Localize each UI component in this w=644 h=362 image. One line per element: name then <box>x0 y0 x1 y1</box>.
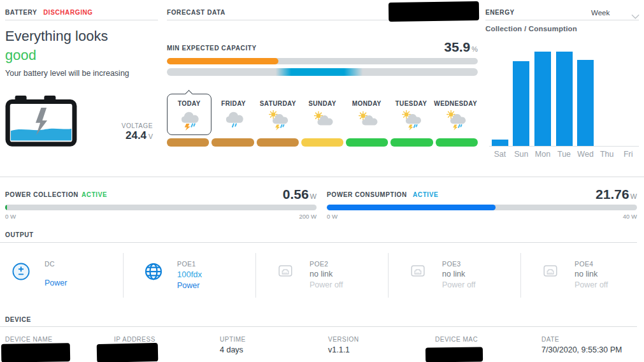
battery-header-divider <box>5 20 158 20</box>
power-collection-min: 0 W <box>5 213 16 220</box>
redaction-box-ip-address <box>97 343 159 362</box>
capacity-label: MIN EXPECTED CAPACITY <box>167 45 257 52</box>
energy-bar-chart <box>489 52 639 147</box>
output-header-divider <box>0 242 637 243</box>
device-mac-label: DEVICE MAC <box>435 336 478 343</box>
storm-icon <box>177 109 201 131</box>
power-consumption-bar-track <box>327 205 637 210</box>
port-power-toggle[interactable]: Power <box>45 279 67 287</box>
power-collection-bar-track <box>5 205 317 210</box>
voltage-value: 24.4 V <box>76 129 153 142</box>
device-header-divider <box>0 326 637 327</box>
device-name-label: DEVICE NAME <box>5 336 52 343</box>
forecast-day-quality-bar <box>211 138 254 147</box>
voltage-unit: V <box>147 133 153 140</box>
chart-bar-tue <box>556 52 573 146</box>
power-collection-max: 200 W <box>253 213 317 220</box>
chart-bar-sat <box>492 140 508 146</box>
power-collection-bar-fill <box>5 205 7 210</box>
date-value: 7/30/2020, 9:55:30 PM <box>541 345 622 354</box>
port-name: POE3 <box>442 260 476 268</box>
forecast-day-label: SATURDAY <box>260 100 296 107</box>
forecast-day-quality-bar <box>436 138 478 147</box>
uptime-label: UPTIME <box>220 336 246 343</box>
forecast-window-bar-segment <box>167 68 478 76</box>
globe-icon <box>144 262 163 281</box>
forecast-section-title: FORECAST DATA <box>167 9 225 16</box>
forecast-day-quality-bar <box>390 138 433 147</box>
voltage-label: VOLTAGE <box>96 122 153 129</box>
power-collection-status: ACTIVE <box>82 191 107 198</box>
redaction-box-forecast-header <box>389 1 479 22</box>
x-tick-label: Tue <box>554 150 575 159</box>
date-label: DATE <box>541 336 559 343</box>
x-tick-label: Sat <box>489 150 511 159</box>
section-divider <box>0 177 644 177</box>
forecast-day-label: WEDNESDAY <box>434 100 477 107</box>
battery-subtitle: Your battery level will be increasing <box>5 69 129 78</box>
power-collection-label: POWER COLLECTION <box>5 191 78 198</box>
battery-icon <box>5 96 78 147</box>
chart-bar-wed <box>577 60 594 146</box>
forecast-days-row: TODAY FRIDAY SATURDAY SUNDAY MONDAY TUES… <box>167 94 478 135</box>
port-link-status: 100fdx <box>177 270 202 279</box>
power-consumption-value: 21.76W <box>510 187 637 202</box>
port-power-toggle[interactable]: Power off <box>310 280 343 289</box>
port-power-toggle[interactable]: Power <box>177 281 202 290</box>
energy-chart-x-axis: Sat Sun Mon Tue Wed Thu Fri <box>489 150 639 159</box>
x-tick-label: Sun <box>511 150 533 159</box>
chart-bar-mon <box>534 52 551 146</box>
device-section-title: DEVICE <box>5 316 31 323</box>
energy-period-value: Week <box>591 9 610 17</box>
port-name: POE2 <box>310 260 343 268</box>
forecast-day-saturday[interactable]: SATURDAY <box>255 94 300 135</box>
port-name: POE1 <box>177 260 202 268</box>
battery-section-title: BATTERY <box>5 9 37 16</box>
forecast-day-friday[interactable]: FRIDAY <box>211 94 256 135</box>
port-link-status: no link <box>575 270 608 279</box>
port-power-toggle[interactable]: Power off <box>442 280 476 289</box>
capacity-bar-fill <box>167 58 278 64</box>
forecast-day-quality-bars <box>167 138 478 147</box>
forecast-day-label: MONDAY <box>352 100 382 107</box>
output-port-poe3: POE3 no link Power off <box>409 255 520 294</box>
x-tick-label: Wed <box>575 150 596 159</box>
forecast-day-label: TODAY <box>178 100 201 107</box>
dc-icon <box>11 262 31 281</box>
sun-storm-icon <box>399 109 423 131</box>
forecast-day-sunday[interactable]: SUNDAY <box>300 94 345 135</box>
version-label: VERSION <box>328 336 359 343</box>
ethernet-icon <box>409 262 428 281</box>
forecast-window-bar-track <box>167 68 478 76</box>
battery-headline-line1: Everything looks <box>5 27 108 46</box>
forecast-day-wednesday[interactable]: WEDNESDAY <box>433 94 478 135</box>
power-consumption-min: 0 W <box>327 213 338 220</box>
energy-period-dropdown[interactable]: Week <box>591 7 640 18</box>
sun-storm-icon <box>266 109 290 131</box>
power-collection-value: 0.56W <box>189 187 317 202</box>
battery-headline-line2: good <box>5 46 36 65</box>
output-port-poe2: POE2 no link Power off <box>276 255 388 294</box>
power-consumption-max: 40 W <box>573 213 637 220</box>
port-link-status: no link <box>310 270 343 279</box>
forecast-day-quality-bar <box>257 138 299 147</box>
forecast-day-quality-bar <box>301 138 343 147</box>
port-name: DC <box>45 260 67 268</box>
x-tick-label: Fri <box>617 150 639 159</box>
ip-address-label: IP ADDRESS <box>114 336 155 343</box>
partly-cloudy-icon <box>355 109 379 131</box>
port-divider <box>520 253 521 298</box>
sun-storm-icon <box>443 109 468 131</box>
energy-header-divider <box>485 20 639 20</box>
energy-chart-subtitle: Collection / Consumption <box>485 25 577 33</box>
forecast-day-today[interactable]: TODAY <box>167 94 211 135</box>
battery-status-badge: DISCHARGING <box>43 9 93 16</box>
forecast-day-tuesday[interactable]: TUESDAY <box>389 94 434 135</box>
battery-dashboard: { "colors": { "accent_blue": "#1283da", … <box>0 0 644 362</box>
forecast-day-label: FRIDAY <box>221 100 246 107</box>
port-power-toggle[interactable]: Power off <box>575 280 608 289</box>
output-port-dc: DC Power <box>11 255 123 294</box>
output-port-poe1: POE1 100fdx Power <box>144 255 255 294</box>
power-consumption-label: POWER CONSUMPTION <box>327 191 407 198</box>
forecast-day-monday[interactable]: MONDAY <box>345 94 389 135</box>
